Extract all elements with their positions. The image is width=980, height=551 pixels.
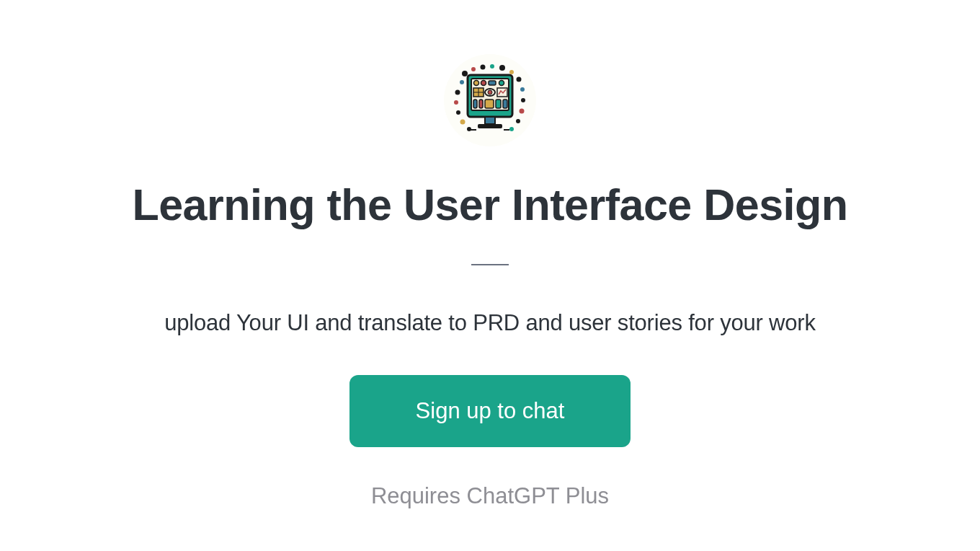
svg-point-12 bbox=[460, 80, 464, 84]
svg-point-14 bbox=[454, 100, 458, 105]
app-logo-icon bbox=[444, 54, 536, 146]
svg-rect-36 bbox=[503, 100, 507, 108]
svg-point-11 bbox=[509, 127, 514, 131]
svg-rect-32 bbox=[473, 100, 477, 108]
svg-point-10 bbox=[516, 119, 520, 123]
svg-point-25 bbox=[499, 81, 504, 86]
svg-point-15 bbox=[456, 110, 460, 115]
svg-point-9 bbox=[520, 109, 525, 114]
svg-rect-34 bbox=[485, 100, 494, 108]
page-title: Learning the User Interface Design bbox=[132, 181, 847, 229]
svg-point-16 bbox=[460, 120, 466, 125]
signup-button[interactable]: Sign up to chat bbox=[349, 375, 631, 447]
svg-rect-33 bbox=[479, 100, 483, 108]
svg-point-4 bbox=[499, 65, 505, 71]
svg-point-23 bbox=[481, 81, 486, 86]
svg-point-2 bbox=[481, 65, 486, 70]
svg-point-13 bbox=[455, 90, 460, 95]
requires-note: Requires ChatGPT Plus bbox=[371, 483, 609, 509]
svg-point-5 bbox=[509, 70, 514, 74]
divider bbox=[471, 264, 509, 265]
svg-point-7 bbox=[520, 87, 525, 92]
svg-rect-24 bbox=[489, 81, 496, 85]
svg-point-8 bbox=[521, 98, 525, 102]
svg-point-1 bbox=[471, 67, 476, 71]
svg-point-3 bbox=[490, 64, 494, 69]
svg-rect-21 bbox=[478, 124, 502, 128]
svg-point-6 bbox=[517, 77, 522, 82]
svg-point-30 bbox=[488, 90, 492, 94]
page-subtitle: upload Your UI and translate to PRD and … bbox=[164, 310, 816, 336]
svg-point-22 bbox=[474, 81, 479, 86]
svg-rect-35 bbox=[496, 100, 501, 108]
svg-point-0 bbox=[462, 71, 468, 76]
svg-rect-20 bbox=[485, 117, 495, 124]
